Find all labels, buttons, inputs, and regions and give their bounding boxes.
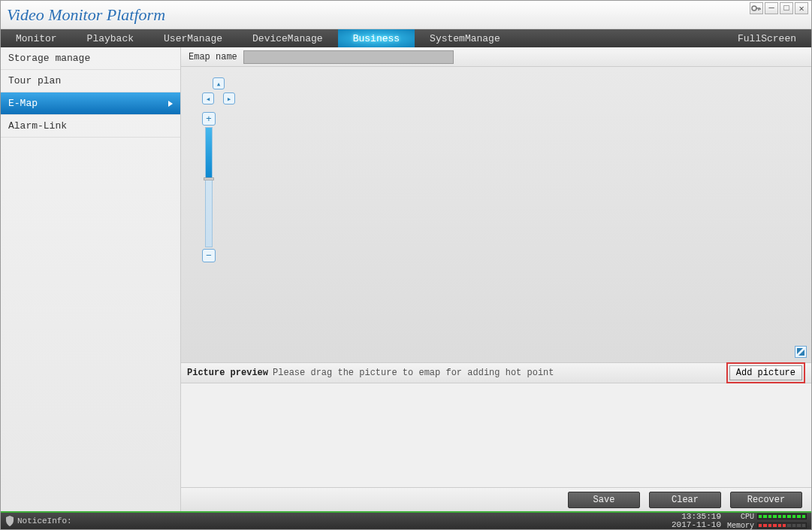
preview-hint: Please drag the picture to emap for addi… — [273, 368, 726, 378]
app-window: Video Monitor Platform ─ □ ✕ Monitor Pla… — [0, 0, 812, 530]
menu-devicemanage[interactable]: DeviceManage — [237, 29, 338, 47]
main-menu: Monitor Playback UserManage DeviceManage… — [1, 29, 811, 47]
sidebar-item-tour[interactable]: Tour plan — [1, 70, 180, 92]
statusbar: NoticeInfo: 13:35:19 2017-11-10 CPU Memo… — [1, 511, 811, 529]
recover-button[interactable]: Recover — [730, 492, 802, 508]
memory-label: Memory — [726, 522, 754, 530]
sidebar-item-alarm[interactable]: Alarm-Link — [1, 115, 180, 138]
zoom-control: + − — [202, 112, 216, 262]
emap-header: Emap name — [181, 47, 811, 67]
maximize-button[interactable]: □ — [780, 2, 793, 14]
menu-usermanage[interactable]: UserManage — [149, 29, 237, 47]
add-picture-button[interactable]: Add picture — [729, 365, 802, 380]
pan-left-button[interactable]: ◂ — [202, 92, 214, 104]
menu-systemmanage[interactable]: SystemManage — [415, 29, 515, 47]
cpu-meter — [757, 513, 807, 519]
notice-label: NoticeInfo: — [17, 516, 72, 525]
shield-icon — [5, 516, 14, 526]
map-canvas[interactable]: ▴ ◂ ▸ + − — [181, 67, 811, 362]
add-picture-highlight: Add picture — [726, 362, 805, 383]
emap-name-label: Emap name — [189, 52, 237, 62]
pan-up-button[interactable]: ▴ — [213, 77, 225, 89]
action-bar: Save Clear Recover — [181, 487, 811, 511]
preview-bar: Picture preview Please drag the picture … — [181, 362, 811, 383]
sidebar-item-emap[interactable]: E-Map — [1, 92, 180, 115]
app-title: Video Monitor Platform — [7, 5, 165, 25]
sidebar: Storage manage Tour plan E-Map Alarm-Lin… — [1, 47, 181, 511]
menu-fullscreen[interactable]: FullScreen — [723, 29, 811, 47]
expand-icon[interactable] — [795, 346, 807, 358]
preview-area — [181, 383, 811, 487]
pan-right-button[interactable]: ▸ — [223, 92, 235, 104]
preview-title: Picture preview — [187, 368, 268, 378]
main-panel: Emap name ▴ ◂ ▸ + − — [181, 47, 811, 511]
memory-meter — [757, 522, 807, 528]
zoom-handle[interactable] — [204, 177, 214, 180]
emap-name-input[interactable] — [243, 50, 454, 64]
zoom-fill — [206, 128, 212, 177]
clear-button[interactable]: Clear — [649, 492, 721, 508]
menu-playback[interactable]: Playback — [72, 29, 149, 47]
cpu-label: CPU — [726, 513, 754, 521]
clock-date: 2017-11-10 — [672, 521, 721, 529]
zoom-out-button[interactable]: − — [202, 249, 216, 262]
menu-business[interactable]: Business — [338, 29, 415, 47]
menu-monitor[interactable]: Monitor — [1, 29, 72, 47]
close-button[interactable]: ✕ — [795, 2, 808, 14]
minimize-button[interactable]: ─ — [765, 2, 778, 14]
zoom-slider[interactable] — [205, 127, 213, 247]
key-icon[interactable] — [750, 2, 763, 14]
clock: 13:35:19 2017-11-10 — [672, 513, 721, 529]
resource-meters: CPU Memory — [726, 513, 807, 530]
zoom-in-button[interactable]: + — [202, 112, 216, 126]
window-controls: ─ □ ✕ — [750, 2, 808, 14]
sidebar-item-storage[interactable]: Storage manage — [1, 47, 180, 70]
save-button[interactable]: Save — [568, 492, 640, 508]
titlebar: Video Monitor Platform ─ □ ✕ — [1, 1, 811, 29]
